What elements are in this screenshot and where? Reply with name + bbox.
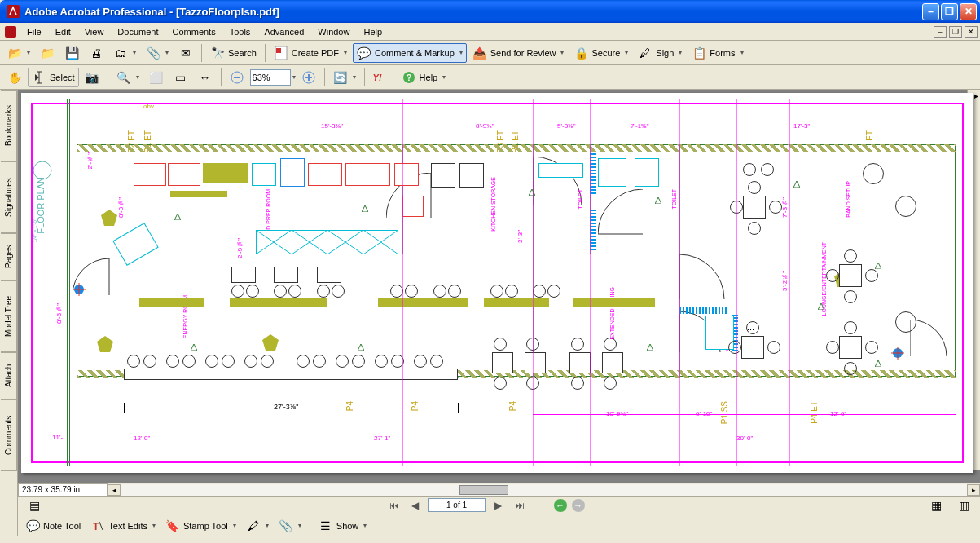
text-cursor-icon — [32, 70, 46, 85]
email-button[interactable]: ✉ — [174, 43, 197, 63]
tab-attach[interactable]: Attach — [1, 352, 17, 400]
maximize-button[interactable]: ❐ — [941, 3, 958, 20]
svg-marker-41 — [793, 181, 800, 188]
page-dimensions: 23.79 x 35.79 in — [18, 483, 108, 497]
search-button[interactable]: 🔭Search — [206, 43, 261, 63]
attach-file-button[interactable]: 📎 — [275, 516, 305, 536]
menu-file[interactable]: File — [20, 25, 48, 38]
minus-icon — [230, 70, 244, 85]
next-page-button[interactable]: ▶ — [490, 498, 507, 513]
email-icon: ✉ — [178, 46, 193, 60]
obs-label: obv — [143, 103, 154, 110]
zoom-out-button[interactable] — [226, 68, 248, 87]
svg-text:?: ? — [406, 73, 411, 82]
fit-page-icon: ▭ — [174, 70, 188, 85]
save-button[interactable]: 💾 — [60, 43, 83, 63]
select-tool-button[interactable]: Select — [28, 68, 79, 87]
paperclip-icon: 📎 — [146, 46, 160, 60]
secure-button[interactable]: 🔒Secure — [569, 43, 632, 63]
tag-p4c: P4 — [508, 401, 517, 411]
folder-button[interactable]: 📁 — [36, 43, 59, 63]
tab-pages[interactable]: Pages — [1, 233, 17, 280]
svg-marker-45 — [191, 344, 197, 351]
scroll-left-button[interactable]: ◂ — [108, 484, 121, 496]
forms-button[interactable]: 📋Forms — [688, 43, 747, 63]
document-area[interactable]: ▸ FLOOR PLAN 1/4" = 1'-0" P1 ET P2 ET P3… — [18, 90, 980, 483]
actual-size-icon: ⬜ — [149, 70, 164, 85]
attach-button[interactable]: 📎 — [142, 43, 173, 63]
scroll-thumb[interactable] — [459, 485, 508, 495]
show-button[interactable]: ☰Show — [314, 516, 371, 536]
menu-window[interactable]: Window — [311, 25, 356, 38]
continuous-button[interactable]: ▦ — [925, 496, 947, 515]
hand-tool-button[interactable]: ✋ — [3, 68, 26, 87]
help-button[interactable]: ?Help — [398, 68, 450, 87]
rotate-button[interactable]: 🔄 — [329, 68, 360, 87]
minimize-button[interactable]: – — [922, 3, 939, 20]
fit-width-button[interactable]: ↔ — [194, 68, 217, 87]
note-tool-button[interactable]: 💬Note Tool — [21, 516, 85, 536]
menu-tools[interactable]: Tools — [223, 25, 257, 38]
menu-help[interactable]: Help — [357, 25, 389, 38]
svg-point-11 — [33, 161, 51, 179]
svg-line-49 — [99, 522, 103, 530]
mdi-close-button[interactable]: ✕ — [965, 26, 978, 38]
svg-marker-39 — [529, 189, 535, 196]
scroll-track[interactable] — [121, 484, 967, 496]
plus-icon — [301, 70, 316, 85]
prev-page-button[interactable]: ◀ — [407, 498, 424, 513]
open-button[interactable]: 📂 — [3, 43, 34, 63]
folder-icon: 📁 — [40, 46, 55, 60]
menu-edit[interactable]: Edit — [49, 25, 77, 38]
yahoo-button[interactable]: Y! — [369, 68, 389, 87]
snapshot-button[interactable]: 📷 — [81, 68, 103, 87]
back-button[interactable]: ← — [554, 499, 567, 512]
send-review-button[interactable]: 📤Send for Review — [468, 43, 569, 63]
menu-advanced[interactable]: Advanced — [257, 25, 310, 38]
menu-view[interactable]: View — [78, 25, 111, 38]
svg-marker-21 — [262, 334, 279, 351]
svg-marker-37 — [174, 214, 181, 220]
svg-marker-43 — [875, 263, 881, 269]
facing-button[interactable]: ▥ — [952, 496, 975, 515]
highlighter-button[interactable]: 🖍 — [242, 516, 273, 536]
window-title: Adobe Acrobat Professional - [TazzoFloor… — [23, 6, 922, 18]
organizer-button[interactable]: 🗂 — [109, 43, 140, 63]
mdi-minimize-button[interactable]: – — [934, 26, 947, 38]
sidebar: Bookmarks Signatures Pages Model Tree At… — [0, 90, 18, 536]
actual-size-button[interactable]: ⬜ — [145, 68, 168, 87]
first-page-button[interactable]: ⏮ — [386, 498, 402, 513]
tab-bookmarks[interactable]: Bookmarks — [1, 90, 17, 161]
layout-single-button[interactable]: ▤ — [23, 496, 46, 515]
pdf-icon — [274, 46, 288, 60]
sign-button[interactable]: 🖊Sign — [634, 43, 686, 63]
comment-markup-button[interactable]: 💬Comment & Markup — [353, 43, 467, 63]
forward-button[interactable]: → — [572, 499, 585, 512]
print-button[interactable]: 🖨 — [85, 43, 108, 63]
tab-model-tree[interactable]: Model Tree — [1, 280, 17, 352]
page-number-input[interactable] — [428, 498, 486, 512]
menu-document[interactable]: Document — [111, 25, 165, 38]
tab-signatures[interactable]: Signatures — [1, 161, 17, 233]
zoom-input[interactable] — [250, 69, 291, 86]
create-pdf-button[interactable]: Create PDF — [270, 43, 351, 63]
pdf-page: FLOOR PLAN 1/4" = 1'-0" P1 ET P2 ET P3 E… — [21, 93, 973, 473]
last-page-button[interactable]: ⏭ — [512, 498, 528, 513]
svg-marker-44 — [875, 360, 881, 367]
binoculars-icon: 🔭 — [210, 46, 225, 60]
text-edit-icon: T — [90, 519, 105, 533]
tab-comments[interactable]: Comments — [1, 400, 17, 471]
menu-comments[interactable]: Comments — [166, 25, 222, 38]
svg-marker-42 — [818, 303, 824, 310]
close-button[interactable]: ✕ — [960, 3, 977, 20]
scroll-right-button[interactable]: ▸ — [967, 484, 980, 496]
zoom-in-button[interactable]: 🔍 — [112, 68, 143, 87]
stamp-icon: 🔖 — [165, 519, 180, 533]
stamp-tool-button[interactable]: 🔖Stamp Tool — [161, 516, 240, 536]
fit-page-button[interactable]: ▭ — [169, 68, 192, 87]
tag-etb: ET — [865, 130, 874, 141]
text-edits-button[interactable]: TText Edits — [86, 516, 160, 536]
zoom-in-circle-button[interactable] — [297, 68, 320, 87]
page-facing-icon: ▥ — [956, 498, 971, 513]
mdi-restore-button[interactable]: ❐ — [949, 26, 962, 38]
